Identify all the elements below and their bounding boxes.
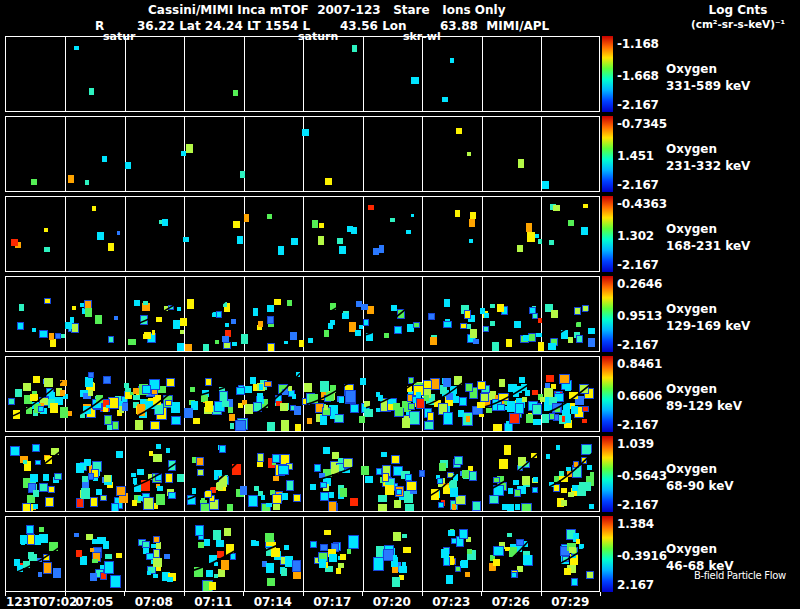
event-marker-label: saturn [298,30,338,43]
data-cell [517,245,524,252]
time-tick-label: 07:05 [75,595,113,609]
data-cell [339,246,346,254]
grid-line [65,197,66,271]
colorbar-tick-label: -2.167 [617,258,659,272]
data-cell [85,180,89,185]
data-cell [92,206,96,212]
colorbar-title-units: (cm²-sr-s-keV)⁻¹ [680,17,796,31]
colorbar-tick-label: -2.167 [617,178,659,192]
grid-line [244,37,245,111]
grid-line [363,197,364,271]
axis-tick [422,592,423,596]
axis-tick [600,592,601,596]
data-cell [102,156,107,162]
time-tick-label: 07:20 [373,595,411,609]
spectrogram-row [5,36,600,112]
energy-range: 231-332 keV [666,158,750,175]
axis-tick [541,592,542,596]
grid-line [482,37,483,111]
colorbar-tick-label: 2.167 [617,578,654,592]
data-cell [11,239,18,245]
data-cell [162,219,168,226]
species-name: Oxygen [666,61,750,78]
colorbar-tick-label: 1.302 [617,229,654,243]
time-tick-label: 07:23 [432,595,470,609]
colorbar-tick-label: 0.2646 [617,277,662,291]
colorbar-title: Log Cnts (cm²-sr-s-keV)⁻¹ [680,3,796,31]
data-cell [553,205,560,211]
data-cell [186,144,193,153]
colorbar [602,356,613,432]
colorbar-tick-label: 0.9513 [617,309,662,323]
data-cell [291,238,297,245]
energy-range: 129-169 keV [666,318,750,335]
figure-title: Cassini/MIMI Inca mTOF 2007-123 Stare Io… [148,3,505,17]
data-cell [455,210,460,217]
colorbar-tick-label: -2.167 [617,338,659,352]
data-cell [237,236,242,243]
time-tick-label: 123T07:02 [6,595,77,609]
colorbar [602,436,613,512]
event-marker-label: skr-wl [403,30,441,43]
data-cell [406,230,411,234]
data-cell [302,129,309,136]
axis-tick [303,592,304,596]
grid-line [422,37,423,111]
data-cell [538,239,542,244]
energy-range: 331-589 keV [666,78,750,95]
time-tick-label: 07:26 [492,595,530,609]
colorbar-tick-label: 1.039 [617,437,654,451]
spectrogram-row [5,116,600,192]
data-cell [44,228,48,233]
energy-band-label: Oxygen231-332 keV [666,141,750,175]
data-cell [318,236,324,245]
grid-line [541,37,542,111]
data-cell [240,171,245,178]
time-tick-label: 07:17 [313,595,351,609]
data-cell [74,46,79,50]
energy-band-label: Oxygen89-129 keV [666,381,742,415]
grid-line [363,117,364,191]
data-cell [44,247,50,252]
axis-tick [243,592,244,596]
axis-tick [184,592,185,596]
colorbar-tick-label: -2.167 [617,418,659,432]
spectrogram-row [5,516,600,592]
energy-band-label: Oxygen168-231 keV [666,221,750,255]
spectrogram-row [5,356,600,432]
grid-line [125,117,126,191]
data-cell [518,159,525,168]
grid-line [184,197,185,271]
data-cell [117,231,121,235]
grid-line [184,37,185,111]
data-cell [467,152,471,156]
data-cell [278,246,285,255]
colorbar [602,276,613,352]
grid-line [303,197,304,271]
data-cell [411,77,418,84]
cassini-mimi-figure: Cassini/MIMI Inca mTOF 2007-123 Stare Io… [0,0,800,609]
species-name: Oxygen [666,381,742,398]
data-cell [125,162,131,169]
data-cell [470,212,476,219]
data-cell [390,218,395,222]
axis-tick [65,592,66,596]
data-cell [542,181,549,189]
time-tick-label: 07:29 [551,595,589,609]
colorbar-tick-label: 1.451 [617,149,654,163]
data-cell [526,223,532,232]
bfield-flow-arcs [6,357,599,431]
colorbar-tick-label: -0.7345 [617,117,667,131]
data-cell [583,204,587,208]
data-cell [325,178,332,184]
colorbar [602,516,613,592]
data-cell [581,227,588,235]
colorbar-tick-label: -1.668 [617,69,659,83]
data-cell [267,214,272,219]
energy-band-label: Oxygen68-90 keV [666,461,734,495]
axis-tick [5,592,6,596]
data-cell [527,232,534,242]
energy-range: 168-231 keV [666,238,750,255]
info-token: 63.88 MIMI/APL [440,19,549,33]
data-cell [535,234,539,237]
